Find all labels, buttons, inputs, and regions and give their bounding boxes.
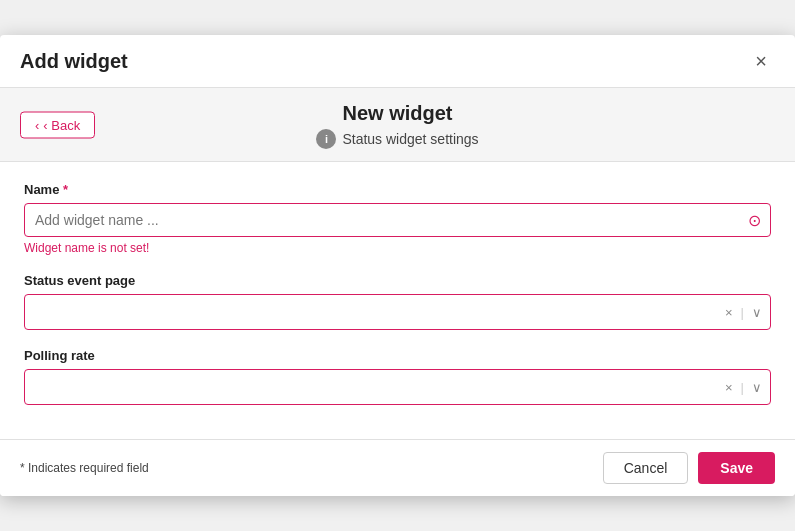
wizard-subtitle: i Status widget settings — [20, 129, 775, 149]
dialog-title: Add widget — [20, 50, 128, 73]
polling-rate-label: Polling rate — [24, 348, 771, 363]
cancel-button[interactable]: Cancel — [603, 452, 689, 484]
name-error-message: Widget name is not set! — [24, 241, 771, 255]
back-label: ‹ Back — [43, 117, 80, 132]
dialog-footer: * Indicates required field Cancel Save — [0, 439, 795, 496]
clear-icon[interactable]: × — [725, 305, 733, 320]
chevron-left-icon: ‹ — [35, 117, 39, 132]
form-body: Name * ⊙ Widget name is not set! Status … — [0, 162, 795, 439]
name-label: Name * — [24, 182, 771, 197]
chevron-down-icon[interactable]: ∨ — [752, 305, 762, 320]
divider-polling: | — [741, 380, 744, 395]
select-controls: × | ∨ — [725, 305, 762, 320]
required-star: * — [63, 182, 68, 197]
divider: | — [741, 305, 744, 320]
add-widget-dialog: Add widget × ‹ ‹ Back New widget i Statu… — [0, 35, 795, 496]
warning-icon: ⊙ — [748, 211, 761, 230]
chevron-down-icon-polling[interactable]: ∨ — [752, 380, 762, 395]
back-button[interactable]: ‹ ‹ Back — [20, 111, 95, 138]
wizard-subtitle-text: Status widget settings — [342, 131, 478, 147]
polling-select-controls: × | ∨ — [725, 380, 762, 395]
name-input[interactable] — [24, 203, 771, 237]
dialog-header: Add widget × — [0, 35, 795, 88]
required-note: * Indicates required field — [20, 461, 149, 475]
status-event-label: Status event page — [24, 273, 771, 288]
name-field-group: Name * ⊙ Widget name is not set! — [24, 182, 771, 255]
footer-buttons: Cancel Save — [603, 452, 775, 484]
clear-icon-polling[interactable]: × — [725, 380, 733, 395]
wizard-header: ‹ ‹ Back New widget i Status widget sett… — [0, 88, 795, 162]
status-icon: i — [316, 129, 336, 149]
close-button[interactable]: × — [747, 47, 775, 75]
save-button[interactable]: Save — [698, 452, 775, 484]
polling-rate-field-group: Polling rate × | ∨ — [24, 348, 771, 405]
status-event-field-group: Status event page × | ∨ — [24, 273, 771, 330]
wizard-title: New widget — [20, 102, 775, 125]
status-event-select[interactable]: × | ∨ — [24, 294, 771, 330]
polling-rate-select[interactable]: × | ∨ — [24, 369, 771, 405]
name-input-wrapper: ⊙ — [24, 203, 771, 237]
